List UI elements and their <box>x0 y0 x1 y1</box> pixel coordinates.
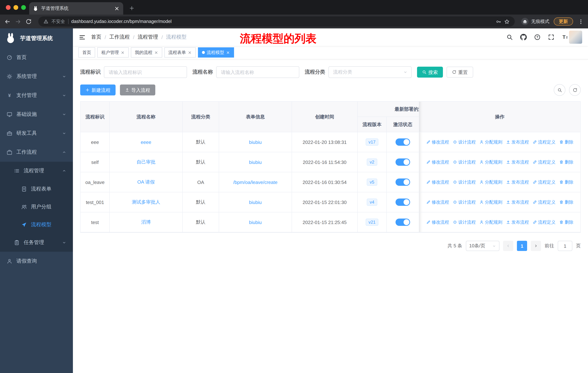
sidebar-item-task-mgmt[interactable]: 任务管理 <box>0 233 73 252</box>
sidebar-item-home[interactable]: 首页 <box>0 48 73 67</box>
publish-action-link[interactable]: 发布流程 <box>506 139 529 145</box>
assign-action-link[interactable]: 分配规则 <box>479 199 502 205</box>
sidebar-item-workflow[interactable]: 工作流程 <box>0 143 73 162</box>
zoom-window-button[interactable] <box>21 5 26 10</box>
back-button[interactable] <box>4 18 10 25</box>
activation-toggle[interactable] <box>396 219 410 226</box>
tag-我的流程[interactable]: 我的流程 <box>131 47 162 58</box>
breadcrumb-item[interactable]: 流程管理 <box>138 34 158 40</box>
search-button[interactable]: 搜索 <box>417 67 443 78</box>
tag-租户管理[interactable]: 租户管理 <box>97 47 129 58</box>
process-name-link[interactable]: 自己审批 <box>136 159 156 165</box>
delete-action-link[interactable]: 删除 <box>559 139 573 145</box>
sidebar-item-infra[interactable]: 基础设施 <box>0 105 73 124</box>
form-info-link[interactable]: biubiu <box>249 159 262 165</box>
page-size-select[interactable]: 10条/页 <box>466 241 499 251</box>
publish-action-link[interactable]: 发布流程 <box>506 219 529 225</box>
import-process-button[interactable]: 导入流程 <box>120 84 155 95</box>
browser-update-button[interactable]: 更新 <box>554 18 573 26</box>
publish-action-link[interactable]: 发布流程 <box>506 179 529 185</box>
sidebar-item-system[interactable]: 系统管理 <box>0 67 73 86</box>
search-icon[interactable] <box>506 34 513 40</box>
delete-action-link[interactable]: 删除 <box>559 219 573 225</box>
activation-toggle[interactable] <box>396 199 410 206</box>
assign-action-link[interactable]: 分配规则 <box>479 179 502 185</box>
assign-action-link[interactable]: 分配规则 <box>479 139 502 145</box>
help-icon[interactable]: ? <box>534 34 541 40</box>
process-id-input[interactable] <box>104 66 187 78</box>
tag-流程模型[interactable]: 流程模型 <box>198 47 234 58</box>
browser-tab[interactable]: 芋道管理系统 <box>29 2 123 15</box>
design-action-link[interactable]: 设计流程 <box>453 159 476 165</box>
tab-close-icon[interactable] <box>114 6 120 11</box>
design-action-link[interactable]: 设计流程 <box>453 179 476 185</box>
edit-action-link[interactable]: 修改流程 <box>426 199 449 205</box>
create-process-button[interactable]: 新建流程 <box>80 84 116 95</box>
activation-toggle[interactable] <box>396 138 410 146</box>
edit-action-link[interactable]: 修改流程 <box>426 219 449 225</box>
browser-menu-icon[interactable] <box>578 19 584 24</box>
edit-action-link[interactable]: 修改流程 <box>426 179 449 185</box>
tag-close-icon[interactable] <box>154 50 158 54</box>
refresh-table-button[interactable] <box>569 84 581 96</box>
definition-action-link[interactable]: 流程定义 <box>533 199 556 205</box>
form-info-link[interactable]: biubiu <box>249 220 262 225</box>
process-name-link[interactable]: eeee <box>141 139 151 145</box>
process-name-link[interactable]: OA 请假 <box>137 179 155 185</box>
close-window-button[interactable] <box>6 5 10 10</box>
reload-button[interactable] <box>26 18 32 25</box>
fullscreen-icon[interactable] <box>548 34 555 40</box>
address-bar[interactable]: 不安全 dashboard.yudao.iocoder.cn/bpm/manag… <box>38 16 515 27</box>
goto-page-input[interactable] <box>558 241 572 251</box>
tag-流程表单[interactable]: 流程表单 <box>164 47 196 58</box>
sidebar-item-process-mgmt[interactable]: 流程管理 <box>0 162 73 180</box>
delete-action-link[interactable]: 删除 <box>559 179 573 185</box>
delete-action-link[interactable]: 删除 <box>559 199 573 205</box>
tag-close-icon[interactable] <box>226 50 230 54</box>
activation-toggle[interactable] <box>396 179 410 186</box>
breadcrumb-item[interactable]: 工作流程 <box>109 34 130 40</box>
tag-首页[interactable]: 首页 <box>78 47 95 58</box>
reset-button[interactable]: 重置 <box>447 67 473 78</box>
definition-action-link[interactable]: 流程定义 <box>533 179 556 185</box>
delete-action-link[interactable]: 删除 <box>559 159 573 165</box>
definition-action-link[interactable]: 流程定义 <box>533 219 556 225</box>
definition-action-link[interactable]: 流程定义 <box>533 159 556 165</box>
form-info-link[interactable]: /bpm/oa/leave/create <box>233 179 278 185</box>
category-select[interactable]: 流程分类 <box>328 66 411 78</box>
page-number-1[interactable]: 1 <box>517 241 527 251</box>
assign-action-link[interactable]: 分配规则 <box>479 219 502 225</box>
breadcrumb-item[interactable]: 首页 <box>91 34 101 40</box>
bookmark-star-icon[interactable] <box>504 19 510 24</box>
prev-page-button[interactable] <box>503 241 513 251</box>
toggle-search-button[interactable] <box>554 84 565 96</box>
sidebar-item-process-model[interactable]: 流程模型 <box>0 216 73 233</box>
edit-action-link[interactable]: 修改流程 <box>426 159 449 165</box>
next-page-button[interactable] <box>531 241 541 251</box>
definition-action-link[interactable]: 流程定义 <box>533 139 556 145</box>
fontsize-icon[interactable]: TT <box>562 34 568 40</box>
forward-button[interactable] <box>15 18 21 25</box>
avatar[interactable] <box>569 30 582 44</box>
sidebar-item-leave-query[interactable]: 请假查询 <box>0 252 73 271</box>
publish-action-link[interactable]: 发布流程 <box>506 159 529 165</box>
form-info-link[interactable]: biubiu <box>249 200 262 205</box>
tag-close-icon[interactable] <box>188 50 192 54</box>
design-action-link[interactable]: 设计流程 <box>453 199 476 205</box>
process-name-link[interactable]: 滔博 <box>141 219 151 225</box>
design-action-link[interactable]: 设计流程 <box>453 139 476 145</box>
sidebar-item-user-group[interactable]: 用户分组 <box>0 198 73 216</box>
minimize-window-button[interactable] <box>13 5 18 10</box>
tag-close-icon[interactable] <box>121 50 125 54</box>
form-info-link[interactable]: biubiu <box>249 139 262 145</box>
assign-action-link[interactable]: 分配规则 <box>479 159 502 165</box>
design-action-link[interactable]: 设计流程 <box>453 219 476 225</box>
sidebar-item-process-form[interactable]: 流程表单 <box>0 180 73 198</box>
activation-toggle[interactable] <box>396 159 410 166</box>
github-icon[interactable] <box>520 34 527 40</box>
process-name-link[interactable]: 测试多审批人 <box>132 199 160 205</box>
new-tab-button[interactable] <box>129 5 135 11</box>
sidebar-item-devtools[interactable]: 研发工具 <box>0 124 73 143</box>
process-name-input[interactable] <box>216 66 299 78</box>
edit-action-link[interactable]: 修改流程 <box>426 139 449 145</box>
